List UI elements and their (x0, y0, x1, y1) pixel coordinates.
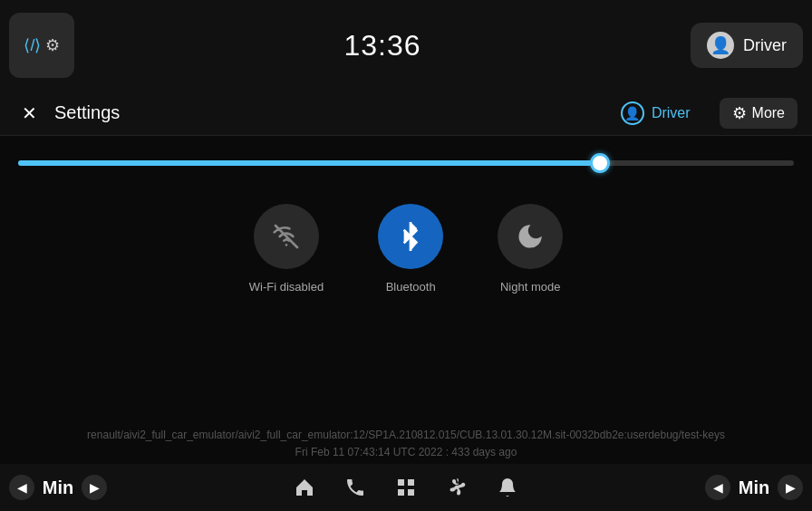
left-vol-up-button[interactable]: ▶ (82, 475, 107, 500)
left-volume-group: ◀ Min ▶ (9, 475, 107, 500)
bluetooth-label: Bluetooth (386, 280, 436, 294)
nav-icons (294, 477, 518, 498)
more-label: More (752, 105, 785, 121)
night-circle (498, 204, 563, 269)
settings-header: ✕ Settings 👤 Driver ⚙ More (0, 91, 812, 136)
bottom-nav: ◀ Min ▶ ◀ Min ▶ (0, 464, 812, 511)
right-vol-down-button[interactable]: ◀ (705, 475, 730, 500)
wifi-off-icon (272, 222, 301, 251)
right-vol-up-button[interactable]: ▶ (778, 475, 803, 500)
clock-display: 13:36 (343, 29, 420, 63)
wifi-toggle[interactable]: Wi-Fi disabled (249, 204, 324, 294)
svg-rect-2 (408, 479, 414, 486)
home-button[interactable] (294, 477, 315, 498)
driver-avatar: 👤 (707, 32, 734, 59)
wifi-circle (254, 204, 319, 269)
driver-top-label: Driver (743, 36, 787, 55)
bluetooth-icon (396, 222, 425, 251)
more-button[interactable]: ⚙ More (720, 98, 798, 129)
top-bar: ⟨/⟩ ⚙ 13:36 👤 Driver (0, 0, 812, 91)
svg-rect-3 (398, 489, 404, 496)
right-volume-group: ◀ Min ▶ (705, 475, 803, 500)
build-line1: renault/aivi2_full_car_emulator/aivi2_fu… (0, 427, 812, 444)
top-left-button[interactable]: ⟨/⟩ ⚙ (9, 13, 74, 78)
left-vol-down-button[interactable]: ◀ (9, 475, 34, 500)
right-vol-label: Min (736, 477, 772, 498)
bluetooth-toggle[interactable]: Bluetooth (378, 204, 443, 294)
toggles-row: Wi-Fi disabled Bluetooth Night mode (0, 186, 812, 312)
night-mode-icon (516, 222, 545, 251)
build-info: renault/aivi2_full_car_emulator/aivi2_fu… (0, 427, 812, 461)
build-line2: Fri Feb 11 07:43:14 UTC 2022 : 433 days … (0, 444, 812, 461)
bluetooth-circle (378, 204, 443, 269)
left-vol-label: Min (40, 477, 76, 498)
driver-header-label: Driver (652, 105, 691, 121)
nightmode-toggle[interactable]: Night mode (498, 204, 563, 294)
wifi-label: Wi-Fi disabled (249, 280, 324, 294)
brightness-slider-area (0, 140, 812, 186)
svg-rect-4 (408, 489, 414, 496)
slider-thumb[interactable] (590, 153, 610, 173)
driver-top-button[interactable]: 👤 Driver (691, 23, 803, 68)
bell-button[interactable] (497, 477, 518, 498)
grid-button[interactable] (395, 477, 417, 498)
close-button[interactable]: ✕ (14, 99, 44, 128)
settings-title: Settings (54, 102, 610, 123)
svg-rect-1 (398, 479, 404, 486)
nightmode-label: Night mode (500, 280, 560, 294)
phone-button[interactable] (344, 477, 366, 498)
code-icon: ⟨/⟩ (24, 35, 41, 55)
gear-more-icon: ⚙ (732, 103, 747, 123)
slider-track[interactable] (18, 160, 794, 166)
driver-header-button[interactable]: 👤 Driver (621, 101, 691, 125)
slider-fill (18, 160, 600, 166)
gear-icon: ⚙ (45, 35, 60, 55)
fan-button[interactable] (446, 477, 468, 498)
driver-header-icon: 👤 (621, 101, 644, 125)
